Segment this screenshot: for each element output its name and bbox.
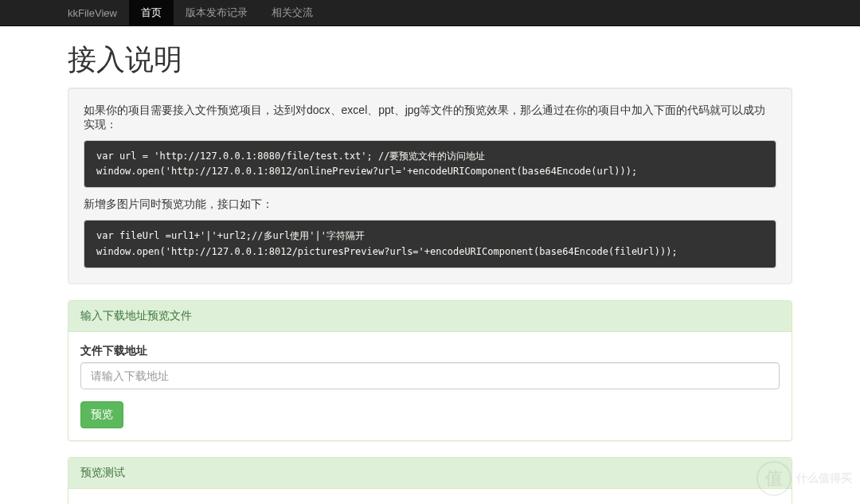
page-title: 接入说明 <box>68 41 792 80</box>
upload-preview-panel: 预览测试 选择文件 上 传 文件名 操作 <box>68 457 792 504</box>
instructions-multipic: 新增多图片同时预览功能，接口如下： <box>84 197 776 212</box>
watermark: 值 什么值得买 <box>756 461 852 496</box>
code-block-single: var url = 'http://127.0.0.1:8080/file/te… <box>84 140 776 188</box>
watermark-icon: 值 <box>756 461 792 496</box>
url-preview-panel: 输入下载地址预览文件 文件下载地址 预览 <box>68 300 792 441</box>
url-input-label: 文件下载地址 <box>80 344 780 358</box>
watermark-text: 什么值得买 <box>796 471 852 486</box>
nav-home[interactable]: 首页 <box>129 0 174 25</box>
upload-preview-heading: 预览测试 <box>68 458 792 489</box>
preview-button[interactable]: 预览 <box>80 401 123 428</box>
instructions-panel: 如果你的项目需要接入文件预览项目，达到对docx、excel、ppt、jpg等文… <box>68 88 792 284</box>
code-block-multi: var fileUrl =url1+'|'+url2;//多url使用'|'字符… <box>84 220 776 268</box>
url-input[interactable] <box>80 362 780 389</box>
instructions-intro: 如果你的项目需要接入文件预览项目，达到对docx、excel、ppt、jpg等文… <box>84 104 776 132</box>
nav-release-notes[interactable]: 版本发布记录 <box>174 0 260 25</box>
navbar: kkFileView 首页 版本发布记录 相关交流 <box>0 0 860 26</box>
url-preview-heading: 输入下载地址预览文件 <box>68 301 792 332</box>
navbar-brand[interactable]: kkFileView <box>56 0 129 25</box>
nav-community[interactable]: 相关交流 <box>260 0 325 25</box>
